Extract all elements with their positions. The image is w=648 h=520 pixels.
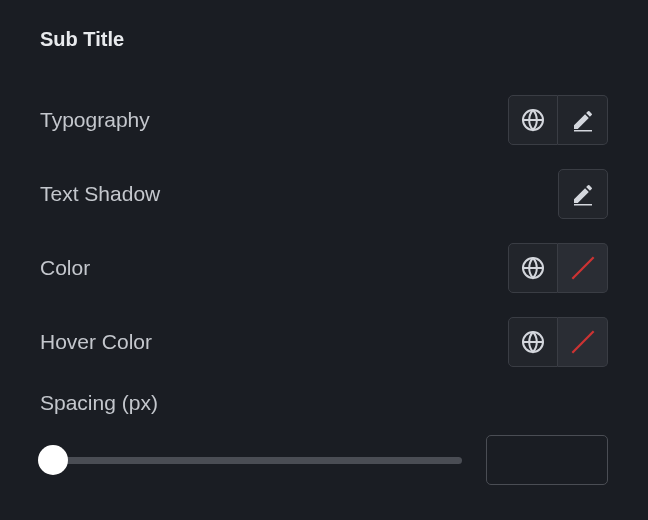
no-color-icon [567, 326, 599, 358]
hovercolor-label: Hover Color [40, 330, 152, 354]
pencil-icon [571, 108, 595, 132]
svg-line-6 [572, 257, 593, 278]
globe-icon [521, 108, 545, 132]
spacing-slider-row [24, 419, 624, 501]
textshadow-row: Text Shadow [24, 157, 624, 231]
spacing-row: Spacing (px) [24, 379, 624, 419]
typography-controls [508, 95, 608, 145]
spacing-input[interactable] [486, 435, 608, 485]
svg-rect-2 [574, 130, 592, 132]
hovercolor-global-button[interactable] [508, 317, 558, 367]
hovercolor-controls [508, 317, 608, 367]
slider-thumb[interactable] [38, 445, 68, 475]
typography-global-button[interactable] [508, 95, 558, 145]
hovercolor-row: Hover Color [24, 305, 624, 379]
textshadow-controls [558, 169, 608, 219]
svg-rect-3 [574, 204, 592, 206]
color-label: Color [40, 256, 90, 280]
typography-edit-button[interactable] [558, 95, 608, 145]
no-color-icon [567, 252, 599, 284]
pencil-icon [571, 182, 595, 206]
textshadow-label: Text Shadow [40, 182, 160, 206]
color-swatch[interactable] [558, 243, 608, 293]
color-controls [508, 243, 608, 293]
section-title: Sub Title [24, 28, 624, 51]
globe-icon [521, 256, 545, 280]
typography-label: Typography [40, 108, 150, 132]
svg-line-9 [572, 331, 593, 352]
color-row: Color [24, 231, 624, 305]
hovercolor-swatch[interactable] [558, 317, 608, 367]
slider-track [40, 457, 462, 464]
globe-icon [521, 330, 545, 354]
color-global-button[interactable] [508, 243, 558, 293]
spacing-label: Spacing (px) [40, 391, 158, 415]
textshadow-edit-button[interactable] [558, 169, 608, 219]
typography-row: Typography [24, 83, 624, 157]
spacing-slider[interactable] [40, 445, 462, 475]
